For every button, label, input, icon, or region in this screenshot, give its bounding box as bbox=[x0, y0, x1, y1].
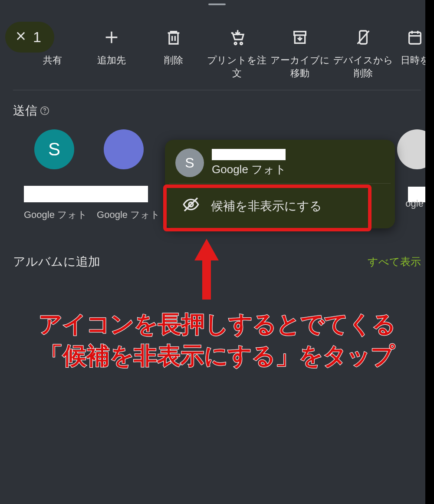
phone-remove-icon bbox=[355, 29, 372, 46]
add-to-label: 追加先 bbox=[97, 54, 126, 67]
delete-label: 削除 bbox=[164, 54, 183, 67]
avatar: S bbox=[175, 148, 204, 177]
album-title: アルバムに追加 bbox=[13, 254, 100, 270]
archive-action[interactable]: アーカイブに移動 bbox=[269, 11, 331, 79]
close-icon bbox=[15, 29, 27, 46]
action-toolbar: 1 共有 追加先 削除 プリントを注文 アーカイブに移動 デバイスから削除 日時… bbox=[0, 7, 434, 90]
order-print-label: プリントを注文 bbox=[206, 54, 268, 79]
annotation-text: アイコンを長押しするとでてくる 「候補を非表示にする」をタップ bbox=[0, 308, 434, 372]
add-to-action[interactable]: 追加先 bbox=[82, 11, 141, 67]
delete-from-device-label: デバイスから削除 bbox=[332, 54, 394, 79]
edge-shadow bbox=[425, 0, 434, 504]
share-label: 共有 bbox=[43, 54, 62, 67]
svg-marker-6 bbox=[194, 239, 219, 300]
hide-suggestion-label: 候補を非表示にする bbox=[211, 198, 322, 214]
context-popup: S Google フォト 候補を非表示にする bbox=[165, 140, 395, 228]
cart-icon bbox=[228, 29, 246, 46]
avatar-initial: S bbox=[48, 139, 60, 160]
eye-off-icon bbox=[182, 196, 200, 216]
calendar-icon bbox=[406, 29, 424, 46]
annotation-line2: 「候補を非表示にする」をタップ bbox=[0, 340, 434, 372]
show-all-link[interactable]: すべて表示 bbox=[368, 255, 421, 269]
avatar bbox=[104, 129, 144, 169]
popup-app-label: Google フォト bbox=[212, 162, 286, 177]
send-section-title: 送信 bbox=[0, 90, 434, 129]
avatar: S bbox=[34, 129, 74, 169]
redacted-name bbox=[24, 186, 148, 202]
send-title-text: 送信 bbox=[13, 102, 37, 119]
contact-app-label: Google フォト bbox=[97, 208, 160, 221]
svg-rect-2 bbox=[409, 32, 421, 44]
popup-contact-header[interactable]: S Google フォト bbox=[165, 140, 395, 183]
hide-suggestion-button[interactable]: 候補を非表示にする bbox=[165, 184, 395, 228]
share-action[interactable]: 共有 bbox=[26, 11, 80, 67]
drag-handle[interactable] bbox=[208, 3, 226, 5]
trash-icon bbox=[165, 29, 182, 46]
svg-rect-0 bbox=[294, 32, 306, 35]
avatar-initial: S bbox=[185, 155, 194, 171]
redacted-name bbox=[212, 149, 286, 160]
archive-icon bbox=[291, 29, 309, 46]
svg-point-4 bbox=[45, 113, 45, 113]
delete-from-device-action[interactable]: デバイスから削除 bbox=[332, 11, 394, 79]
contact-app-label: Google フォト bbox=[24, 208, 87, 221]
help-icon[interactable] bbox=[40, 106, 49, 115]
plus-icon bbox=[103, 29, 120, 46]
delete-action[interactable]: 削除 bbox=[143, 11, 204, 67]
annotation-arrow bbox=[194, 239, 220, 301]
order-print-action[interactable]: プリントを注文 bbox=[206, 11, 268, 79]
annotation-line1: アイコンを長押しするとでてくる bbox=[0, 308, 434, 340]
archive-label: アーカイブに移動 bbox=[269, 54, 331, 79]
